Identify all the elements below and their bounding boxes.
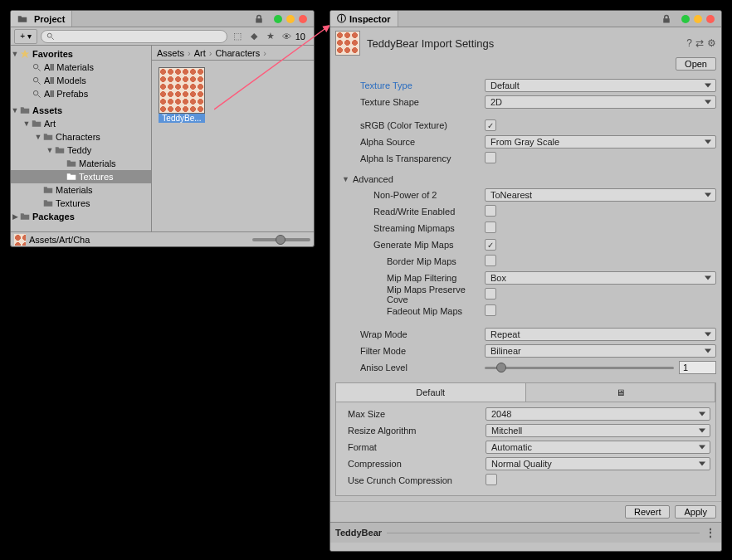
fav-all-prefabs[interactable]: All Prefabs bbox=[44, 89, 88, 99]
search-icon bbox=[46, 32, 55, 41]
border-checkbox[interactable] bbox=[485, 255, 496, 266]
aniso-slider[interactable] bbox=[485, 367, 674, 369]
alpha-source-label: Alpha Source bbox=[335, 137, 485, 147]
settings-icon[interactable]: ⚙ bbox=[707, 37, 716, 49]
alpha-trans-checkbox[interactable] bbox=[485, 152, 496, 163]
format-label: Format bbox=[341, 442, 486, 452]
footer-path: Assets/Art/Cha bbox=[29, 235, 90, 245]
mipfilt-label: Mip Map Filtering bbox=[335, 273, 485, 283]
folder-icon bbox=[20, 105, 30, 115]
streaming-label: Streaming Mipmaps bbox=[335, 223, 485, 233]
compression-select[interactable]: Normal Quality bbox=[486, 457, 710, 470]
filter-label-button[interactable]: ◆ bbox=[247, 30, 261, 43]
npot-label: Non-Power of 2 bbox=[335, 190, 485, 200]
format-select[interactable]: Automatic bbox=[486, 441, 710, 454]
fadeout-checkbox[interactable] bbox=[485, 304, 496, 316]
search-icon bbox=[32, 76, 41, 85]
packages-folder[interactable]: Packages bbox=[32, 212, 75, 222]
revert-button[interactable]: Revert bbox=[625, 505, 670, 519]
project-tab[interactable]: Project bbox=[11, 11, 72, 27]
crumb-art[interactable]: Art bbox=[194, 48, 206, 58]
art-textures-folder[interactable]: Textures bbox=[56, 198, 90, 208]
asset-grid[interactable]: TeddyBe... bbox=[152, 61, 314, 231]
platform-settings: Default 🖥 Max Size2048 Resize AlgorithmM… bbox=[335, 382, 716, 496]
preserve-checkbox[interactable] bbox=[485, 288, 496, 299]
help-icon[interactable]: ? bbox=[686, 37, 692, 49]
fav-all-materials[interactable]: All Materials bbox=[44, 62, 94, 72]
compression-label: Compression bbox=[341, 459, 486, 469]
folder-icon bbox=[66, 158, 76, 168]
project-tree[interactable]: ▼Favorites All Materials All Models All … bbox=[11, 46, 152, 231]
max-button[interactable] bbox=[694, 15, 702, 23]
fadeout-label: Fadeout Mip Maps bbox=[335, 306, 485, 316]
textures-folder[interactable]: Textures bbox=[79, 172, 114, 182]
max-button[interactable] bbox=[286, 15, 295, 23]
page-title: TeddyBear Import Settings bbox=[367, 37, 686, 50]
lock-icon[interactable] bbox=[661, 14, 671, 24]
texture-preview bbox=[159, 68, 204, 113]
advanced-foldout[interactable]: ▼Advanced bbox=[335, 172, 716, 187]
hidden-button[interactable]: 👁 bbox=[281, 30, 294, 43]
close-button[interactable] bbox=[299, 15, 307, 23]
favorite-button[interactable]: ★ bbox=[264, 30, 277, 43]
project-footer: Assets/Art/Cha bbox=[11, 231, 314, 246]
maxsize-select[interactable]: 2048 bbox=[486, 407, 710, 421]
genmip-label: Generate Mip Maps bbox=[335, 240, 485, 250]
inspector-panel: ⓘ Inspector TeddyBear Import Settings ? … bbox=[329, 10, 722, 552]
crunch-checkbox[interactable] bbox=[486, 474, 497, 485]
fav-all-models[interactable]: All Models bbox=[44, 75, 86, 85]
texture-shape-select[interactable]: 2D bbox=[485, 95, 716, 109]
materials-folder[interactable]: Materials bbox=[79, 158, 116, 168]
srgb-checkbox[interactable] bbox=[485, 119, 496, 131]
crumb-characters[interactable]: Characters bbox=[215, 48, 260, 58]
folder-icon bbox=[32, 119, 41, 129]
lock-icon[interactable] bbox=[254, 14, 264, 24]
preview-name: TeddyBear bbox=[335, 528, 382, 538]
characters-folder[interactable]: Characters bbox=[56, 132, 100, 142]
platform-tab-standalone[interactable]: 🖥 bbox=[526, 383, 716, 402]
search-icon bbox=[32, 63, 41, 72]
streaming-checkbox[interactable] bbox=[485, 222, 496, 233]
breadcrumb: Assets› Art› Characters› bbox=[152, 46, 314, 61]
filter-type-button[interactable]: ⬚ bbox=[231, 30, 244, 43]
wrap-select[interactable]: Repeat bbox=[485, 328, 716, 341]
search-icon bbox=[32, 90, 41, 99]
preview-bar[interactable]: TeddyBear ⋮ bbox=[330, 522, 721, 543]
npot-select[interactable]: ToNearest bbox=[485, 188, 716, 202]
alpha-source-select[interactable]: From Gray Scale bbox=[485, 135, 716, 149]
rw-checkbox[interactable] bbox=[485, 205, 496, 217]
project-panel: Project + ▾ ⬚ ◆ ★ 👁 10 ▼Favorites All Ma… bbox=[10, 10, 315, 247]
folder-icon bbox=[17, 14, 27, 24]
asset-thumbnail[interactable]: TeddyBe... bbox=[159, 67, 205, 123]
open-button[interactable]: Open bbox=[676, 57, 716, 71]
assets-folder[interactable]: Assets bbox=[32, 105, 62, 115]
close-button[interactable] bbox=[706, 15, 715, 23]
rw-label: Read/Write Enabled bbox=[335, 207, 485, 217]
inspector-titlebar: ⓘ Inspector bbox=[330, 11, 721, 27]
min-button[interactable] bbox=[274, 15, 282, 23]
hidden-count: 10 bbox=[295, 32, 305, 41]
crumb-assets[interactable]: Assets bbox=[157, 48, 184, 58]
thumb-size-slider[interactable] bbox=[252, 238, 310, 241]
crunch-label: Use Crunch Compression bbox=[341, 475, 486, 485]
min-button[interactable] bbox=[681, 15, 690, 23]
folder-icon bbox=[43, 198, 53, 208]
apply-button[interactable]: Apply bbox=[675, 505, 716, 519]
search-input[interactable] bbox=[41, 30, 227, 43]
art-folder[interactable]: Art bbox=[44, 119, 56, 129]
svg-point-3 bbox=[33, 90, 38, 95]
resize-select[interactable]: Mitchell bbox=[486, 424, 710, 437]
genmip-checkbox[interactable] bbox=[485, 239, 496, 251]
favorites-header[interactable]: Favorites bbox=[32, 49, 73, 59]
platform-tab-default[interactable]: Default bbox=[336, 383, 526, 402]
create-button[interactable]: + ▾ bbox=[14, 29, 37, 44]
art-materials-folder[interactable]: Materials bbox=[56, 185, 93, 195]
texture-type-select[interactable]: Default bbox=[485, 79, 716, 92]
mipfilt-select[interactable]: Box bbox=[485, 271, 716, 285]
filter-select[interactable]: Bilinear bbox=[485, 344, 716, 358]
aniso-input[interactable] bbox=[679, 361, 716, 374]
preview-menu-icon[interactable]: ⋮ bbox=[705, 526, 716, 539]
presets-icon[interactable]: ⇄ bbox=[695, 37, 704, 49]
teddy-folder[interactable]: Teddy bbox=[67, 145, 91, 155]
inspector-tab[interactable]: ⓘ Inspector bbox=[330, 11, 398, 27]
